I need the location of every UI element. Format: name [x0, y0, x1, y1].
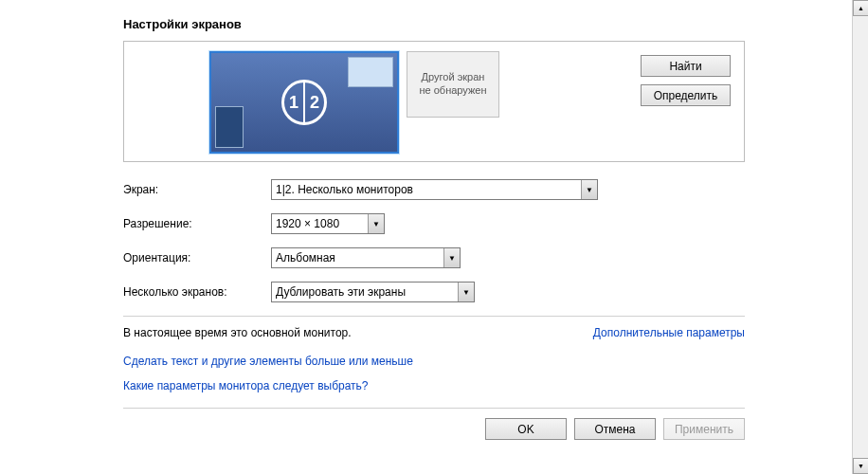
separator — [123, 316, 745, 317]
chevron-down-icon: ▼ — [368, 214, 384, 233]
scroll-up-button[interactable]: ▲ — [853, 0, 868, 16]
vertical-scrollbar[interactable]: ▲ ▼ — [852, 0, 868, 474]
apply-button: Применить — [663, 418, 745, 440]
ok-button[interactable]: OK — [485, 418, 567, 440]
cancel-button[interactable]: Отмена — [574, 418, 656, 440]
identify-button[interactable]: Определить — [641, 84, 731, 106]
orientation-select-value: Альбомная — [276, 251, 335, 264]
multiscreen-select-value: Дублировать эти экраны — [276, 285, 406, 299]
multiscreen-label: Несколько экранов: — [123, 285, 271, 299]
chevron-down-icon: ▼ — [581, 180, 597, 199]
undetected-monitor-text: Другой экран не обнаружен — [419, 71, 486, 98]
monitor-number-badge: 1 2 — [281, 80, 327, 125]
monitor-help-link[interactable]: Какие параметры монитора следует выбрать… — [123, 379, 745, 392]
primary-monitor-status: В настоящее время это основной монитор. — [123, 326, 352, 339]
dialog-button-bar: OK Отмена Применить — [123, 408, 745, 440]
text-size-link[interactable]: Сделать текст и другие элементы больше и… — [123, 355, 745, 368]
page-title: Настройки экранов — [123, 17, 745, 31]
multiscreen-select[interactable]: Дублировать эти экраны ▼ — [271, 282, 475, 302]
resolution-label: Разрешение: — [123, 217, 271, 230]
screen-select-value: 1|2. Несколько мониторов — [276, 183, 413, 196]
primary-monitor-preview[interactable]: 1 2 — [209, 51, 399, 154]
preview-window-icon — [348, 57, 393, 87]
display-preview-box: 1 2 Другой экран не обнаружен Найти Опре… — [123, 41, 745, 162]
orientation-select[interactable]: Альбомная ▼ — [271, 247, 461, 268]
screen-select[interactable]: 1|2. Несколько мониторов ▼ — [271, 179, 598, 200]
scroll-down-button[interactable]: ▼ — [853, 458, 868, 474]
advanced-settings-link[interactable]: Дополнительные параметры — [593, 326, 745, 339]
chevron-down-icon: ▼ — [458, 283, 474, 301]
find-button[interactable]: Найти — [641, 55, 731, 77]
undetected-monitor-preview[interactable]: Другой экран не обнаружен — [407, 51, 499, 118]
monitor-number-2: 2 — [305, 82, 324, 122]
screen-label: Экран: — [123, 183, 271, 196]
resolution-select-value: 1920 × 1080 — [276, 217, 339, 230]
chevron-down-icon: ▼ — [443, 248, 460, 267]
resolution-select[interactable]: 1920 × 1080 ▼ — [271, 213, 385, 234]
monitor-number-1: 1 — [284, 82, 303, 122]
orientation-label: Ориентация: — [123, 251, 271, 264]
preview-taskbar-icon — [215, 106, 244, 148]
